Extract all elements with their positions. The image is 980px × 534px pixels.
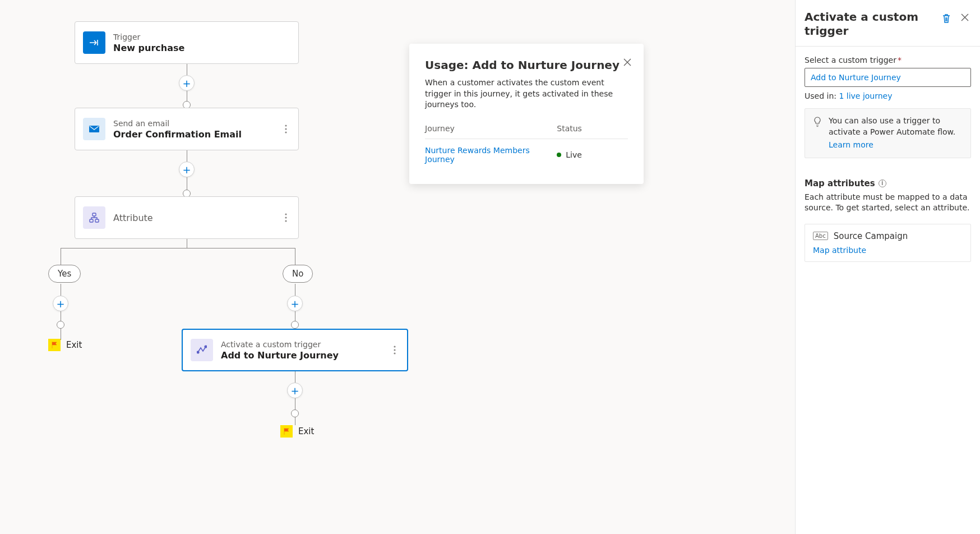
used-in-text: Used in: 1 live journey [805, 91, 971, 100]
panel-title: Activate a custom trigger [805, 10, 935, 38]
svg-point-11 [205, 346, 207, 348]
connector-dot [291, 321, 299, 329]
node-email-title: Order Confirmation Email [113, 129, 242, 140]
add-step-button[interactable]: + [179, 162, 195, 177]
connector [61, 284, 61, 340]
connector-dot [57, 321, 64, 329]
flag-icon [280, 425, 293, 438]
flag-icon [48, 339, 61, 351]
connector-dot [291, 409, 299, 417]
exit-label: Exit [66, 340, 82, 350]
status-live-dot-icon [557, 153, 561, 157]
svg-point-2 [285, 128, 286, 130]
exit-label: Exit [298, 426, 314, 436]
connector [61, 248, 295, 248]
col-journey: Journey [425, 121, 557, 139]
add-step-button[interactable]: + [287, 383, 303, 398]
col-status: Status [557, 121, 628, 139]
connector [295, 248, 295, 265]
field-select-trigger: Select a custom trigger* Add to Nurture … [805, 56, 971, 100]
node-email-more-icon[interactable] [281, 121, 290, 137]
popover-close-button[interactable] [621, 56, 634, 68]
attribute-icon [83, 206, 105, 229]
panel-header: Activate a custom trigger [796, 0, 980, 47]
svg-point-9 [285, 220, 286, 222]
properties-panel: Activate a custom trigger Select a custo… [795, 0, 980, 534]
branch-yes-pill[interactable]: Yes [48, 265, 81, 283]
branch-yes-label: Yes [58, 269, 71, 279]
svg-point-7 [285, 213, 286, 215]
connector [187, 239, 187, 248]
journey-canvas[interactable]: Trigger New purchase + Send an email Ord… [0, 0, 795, 534]
node-activate-kicker: Activate a custom trigger [221, 340, 339, 349]
node-trigger-kicker: Trigger [113, 33, 184, 42]
node-trigger[interactable]: Trigger New purchase [75, 21, 299, 64]
add-step-button[interactable]: + [53, 296, 68, 311]
map-attributes-heading: Map attributes i [805, 178, 971, 188]
select-trigger-label: Select a custom trigger* [805, 56, 971, 65]
info-icon[interactable]: i [879, 179, 886, 187]
branch-no-label: No [292, 269, 303, 279]
node-trigger-title: New purchase [113, 43, 184, 53]
exit-marker: Exit [48, 339, 82, 351]
used-in-link[interactable]: 1 live journey [839, 91, 892, 100]
status-text: Live [566, 150, 582, 159]
tip-learn-more-link[interactable]: Learn more [829, 140, 873, 151]
svg-point-3 [285, 131, 286, 133]
node-attribute-title: Attribute [113, 213, 153, 223]
node-email-kicker: Send an email [113, 119, 242, 128]
add-step-button[interactable]: + [179, 75, 195, 91]
activate-trigger-icon [191, 339, 213, 361]
attribute-name: Source Campaign [834, 231, 908, 241]
attribute-card[interactable]: Abc Source Campaign Map attribute [805, 224, 971, 262]
connector [61, 248, 61, 265]
node-attribute-more-icon[interactable] [281, 210, 290, 225]
select-trigger-value: Add to Nurture Journey [811, 73, 901, 82]
svg-point-8 [285, 217, 286, 218]
usage-row: Nurture Rewards Members Journey Live [425, 139, 628, 171]
text-type-icon: Abc [813, 232, 828, 240]
trigger-icon [83, 31, 105, 54]
node-activate-more-icon[interactable] [390, 342, 399, 358]
panel-body: Select a custom trigger* Add to Nurture … [796, 47, 980, 271]
tip-text: You can also use a trigger to activate a… [829, 116, 955, 136]
map-attribute-link[interactable]: Map attribute [813, 246, 963, 255]
add-step-button[interactable]: + [287, 296, 303, 311]
node-activate-title: Add to Nurture Journey [221, 350, 339, 361]
svg-point-12 [394, 346, 395, 347]
exit-marker: Exit [280, 425, 314, 438]
svg-rect-5 [90, 219, 93, 222]
svg-point-14 [394, 352, 395, 354]
node-activate-trigger[interactable]: Activate a custom trigger Add to Nurture… [182, 329, 408, 371]
close-button[interactable] [958, 10, 972, 25]
popover-description: When a customer activates the custom eve… [425, 77, 628, 111]
status-cell: Live [557, 150, 628, 159]
select-trigger-combo[interactable]: Add to Nurture Journey [805, 68, 971, 87]
lightbulb-icon [813, 117, 822, 151]
node-attribute[interactable]: Attribute [75, 196, 299, 239]
popover-title: Usage: Add to Nurture Journey [425, 58, 628, 72]
usage-popover: Usage: Add to Nurture Journey When a cus… [409, 44, 644, 184]
map-attributes-sub: Each attribute must be mapped to a data … [805, 192, 971, 214]
map-attributes-section: Map attributes i Each attribute must be … [805, 166, 971, 262]
email-icon [83, 118, 105, 140]
usage-table: Journey Status Nurture Rewards Members J… [425, 121, 628, 171]
svg-rect-6 [95, 219, 99, 222]
journey-link[interactable]: Nurture Rewards Members Journey [425, 146, 530, 164]
svg-point-13 [394, 349, 395, 351]
node-email[interactable]: Send an email Order Confirmation Email [75, 108, 299, 150]
branch-no-pill[interactable]: No [283, 265, 313, 283]
delete-button[interactable] [939, 10, 954, 27]
svg-point-1 [285, 125, 286, 126]
svg-point-10 [197, 351, 199, 353]
svg-rect-4 [93, 213, 96, 216]
tip-callout: You can also use a trigger to activate a… [805, 108, 971, 158]
